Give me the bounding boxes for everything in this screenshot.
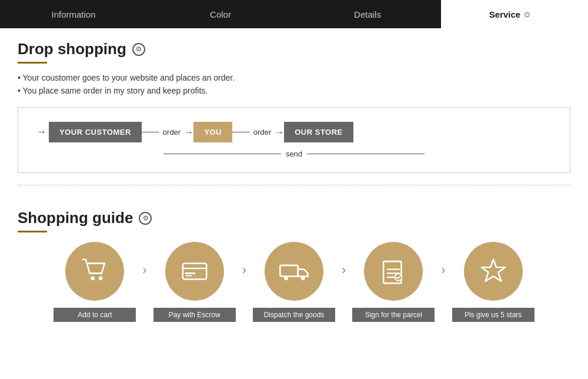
svg-rect-7 bbox=[280, 265, 298, 277]
svg-point-1 bbox=[99, 276, 103, 280]
main-content: Drop shopping ⊙ Your coustomer goes to y… bbox=[0, 28, 588, 209]
svg-marker-15 bbox=[481, 260, 505, 281]
nav-item-details[interactable]: Details bbox=[294, 0, 441, 28]
step-circle-pay bbox=[165, 242, 224, 301]
step-dispatch: Dispatch the goods bbox=[244, 242, 344, 322]
flow-connector-2: order → bbox=[232, 127, 284, 138]
shopping-guide-icon: ⊙ bbox=[139, 212, 152, 225]
nav-item-color[interactable]: Color bbox=[147, 0, 294, 28]
step-circle-clipboard bbox=[364, 242, 423, 301]
step-circle-star bbox=[464, 242, 523, 301]
flow-line bbox=[142, 132, 159, 132]
nav-item-information[interactable]: Information bbox=[0, 0, 147, 28]
step-sign: Sign for the parcel bbox=[343, 242, 443, 322]
flow-box-store: OUR STORE bbox=[284, 122, 353, 142]
step-circle-cart bbox=[65, 242, 124, 301]
svg-point-8 bbox=[284, 276, 288, 280]
flow-box-you: YOU bbox=[193, 122, 232, 142]
step-circle-truck bbox=[265, 242, 323, 301]
star-icon bbox=[477, 255, 509, 287]
nav-item-service[interactable]: Service ⊙ bbox=[441, 0, 588, 28]
send-line-left bbox=[163, 154, 281, 154]
bullet-item-2: You place same order in my story and kee… bbox=[18, 86, 570, 95]
step-label-dispatch: Dispatch the goods bbox=[253, 308, 335, 322]
drop-shopping-icon: ⊙ bbox=[132, 43, 145, 56]
truck-icon bbox=[278, 255, 310, 287]
cart-icon bbox=[79, 255, 111, 287]
section-divider bbox=[18, 185, 570, 185]
flow-arrow-2: → bbox=[275, 127, 284, 138]
step-label-pay: Pay with Escrow bbox=[153, 308, 236, 322]
step-stars: Pls give us 5 stars bbox=[443, 242, 543, 322]
flow-send-row: send bbox=[36, 149, 552, 158]
bullet-list: Your coustomer goes to your website and … bbox=[18, 73, 570, 95]
flow-connector-1: order → bbox=[142, 127, 193, 138]
credit-card-icon bbox=[179, 255, 211, 287]
shopping-guide-section: Shopping guide ⊙ Add to cart › bbox=[0, 209, 588, 334]
top-navigation: Information Color Details Service ⊙ bbox=[0, 0, 588, 28]
step-label-sign: Sign for the parcel bbox=[352, 308, 435, 322]
shopping-guide-title: Shopping guide ⊙ bbox=[18, 209, 570, 227]
drop-shopping-title: Drop shopping ⊙ bbox=[18, 40, 570, 58]
clipboard-icon bbox=[377, 255, 409, 287]
flow-start-arrow: → bbox=[36, 126, 46, 138]
flow-box-customer: YOUR CUSTOMER bbox=[49, 122, 142, 142]
step-label-cart: Add to cart bbox=[54, 308, 136, 322]
flow-arrow-1: → bbox=[184, 127, 193, 138]
bullet-item-1: Your coustomer goes to your website and … bbox=[18, 73, 570, 82]
send-line-right bbox=[307, 154, 425, 154]
step-add-to-cart: Add to cart bbox=[45, 242, 145, 322]
drop-shopping-section: Drop shopping ⊙ Your coustomer goes to y… bbox=[18, 40, 570, 173]
guide-underline bbox=[18, 231, 47, 232]
title-underline bbox=[18, 62, 47, 64]
svg-point-0 bbox=[91, 276, 95, 280]
svg-point-9 bbox=[301, 276, 305, 280]
steps-row: Add to cart › Pay with Escrow › bbox=[18, 242, 570, 322]
flow-line-2 bbox=[232, 132, 250, 132]
step-label-stars: Pls give us 5 stars bbox=[452, 308, 534, 322]
svg-rect-3 bbox=[182, 264, 206, 280]
flow-diagram: → YOUR CUSTOMER order → YOU order → bbox=[18, 107, 570, 173]
step-pay-escrow: Pay with Escrow bbox=[145, 242, 245, 322]
flow-row: → YOUR CUSTOMER order → YOU order → bbox=[36, 122, 552, 142]
